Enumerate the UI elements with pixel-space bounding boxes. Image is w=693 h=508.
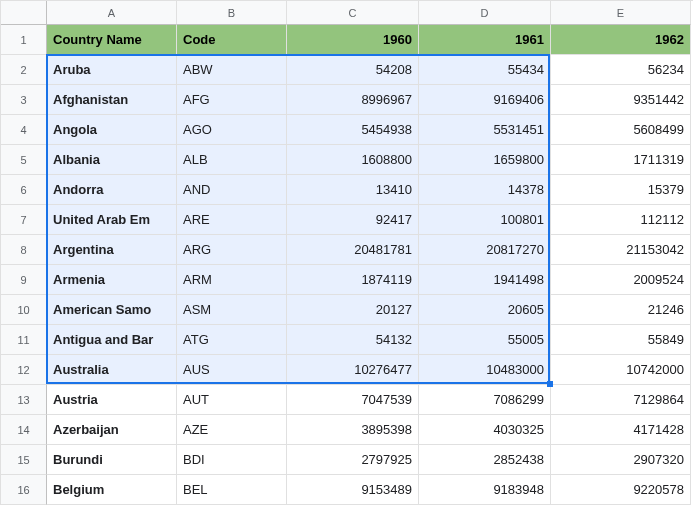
cell-1960[interactable]: 54132 (287, 325, 419, 355)
row-header[interactable]: 7 (1, 205, 47, 235)
row-header[interactable]: 11 (1, 325, 47, 355)
cell-1962[interactable]: 7129864 (551, 385, 691, 415)
cell-1961[interactable]: 9183948 (419, 475, 551, 505)
cell-code[interactable]: AND (177, 175, 287, 205)
cell-code[interactable]: AUS (177, 355, 287, 385)
cell-country-name[interactable]: Aruba (47, 55, 177, 85)
cell-country-name[interactable]: Armenia (47, 265, 177, 295)
col-header-b[interactable]: B (177, 1, 287, 25)
cell-code[interactable]: ARE (177, 205, 287, 235)
row-header[interactable]: 12 (1, 355, 47, 385)
cell-1962[interactable]: 9351442 (551, 85, 691, 115)
cell-1961[interactable]: 55005 (419, 325, 551, 355)
row-header[interactable]: 10 (1, 295, 47, 325)
header-cell-code[interactable]: Code (177, 25, 287, 55)
cell-country-name[interactable]: Antigua and Bar (47, 325, 177, 355)
cell-1962[interactable]: 9220578 (551, 475, 691, 505)
cell-code[interactable]: AGO (177, 115, 287, 145)
cell-1960[interactable]: 1608800 (287, 145, 419, 175)
row-header[interactable]: 13 (1, 385, 47, 415)
cell-1961[interactable]: 10483000 (419, 355, 551, 385)
cell-1962[interactable]: 5608499 (551, 115, 691, 145)
cell-code[interactable]: ARM (177, 265, 287, 295)
col-header-e[interactable]: E (551, 1, 691, 25)
spreadsheet-grid[interactable]: A B C D E 1 Country Name Code 1960 1961 … (0, 0, 693, 505)
cell-country-name[interactable]: Argentina (47, 235, 177, 265)
cell-1961[interactable]: 7086299 (419, 385, 551, 415)
header-cell-1961[interactable]: 1961 (419, 25, 551, 55)
cell-1962[interactable]: 2009524 (551, 265, 691, 295)
cell-1962[interactable]: 56234 (551, 55, 691, 85)
cell-1960[interactable]: 9153489 (287, 475, 419, 505)
cell-country-name[interactable]: Angola (47, 115, 177, 145)
cell-country-name[interactable]: Afghanistan (47, 85, 177, 115)
cell-code[interactable]: ARG (177, 235, 287, 265)
cell-1960[interactable]: 1874119 (287, 265, 419, 295)
cell-1961[interactable]: 14378 (419, 175, 551, 205)
header-cell-country-name[interactable]: Country Name (47, 25, 177, 55)
cell-country-name[interactable]: Andorra (47, 175, 177, 205)
cell-code[interactable]: ATG (177, 325, 287, 355)
cell-1960[interactable]: 20127 (287, 295, 419, 325)
cell-1961[interactable]: 20605 (419, 295, 551, 325)
cell-code[interactable]: BEL (177, 475, 287, 505)
cell-1961[interactable]: 55434 (419, 55, 551, 85)
cell-country-name[interactable]: Belgium (47, 475, 177, 505)
header-cell-1960[interactable]: 1960 (287, 25, 419, 55)
row-header[interactable]: 2 (1, 55, 47, 85)
cell-1960[interactable]: 2797925 (287, 445, 419, 475)
cell-1962[interactable]: 112112 (551, 205, 691, 235)
row-header[interactable]: 8 (1, 235, 47, 265)
row-header[interactable]: 4 (1, 115, 47, 145)
col-header-a[interactable]: A (47, 1, 177, 25)
cell-1961[interactable]: 5531451 (419, 115, 551, 145)
cell-1961[interactable]: 2852438 (419, 445, 551, 475)
cell-1962[interactable]: 4171428 (551, 415, 691, 445)
cell-1960[interactable]: 20481781 (287, 235, 419, 265)
cell-country-name[interactable]: Azerbaijan (47, 415, 177, 445)
cell-1960[interactable]: 8996967 (287, 85, 419, 115)
cell-1961[interactable]: 100801 (419, 205, 551, 235)
cell-1960[interactable]: 5454938 (287, 115, 419, 145)
col-header-c[interactable]: C (287, 1, 419, 25)
cell-1961[interactable]: 1941498 (419, 265, 551, 295)
row-header[interactable]: 15 (1, 445, 47, 475)
cell-country-name[interactable]: Austria (47, 385, 177, 415)
row-header[interactable]: 6 (1, 175, 47, 205)
cell-1961[interactable]: 20817270 (419, 235, 551, 265)
cell-code[interactable]: BDI (177, 445, 287, 475)
cell-country-name[interactable]: United Arab Em (47, 205, 177, 235)
col-header-d[interactable]: D (419, 1, 551, 25)
row-header[interactable]: 9 (1, 265, 47, 295)
cell-country-name[interactable]: American Samo (47, 295, 177, 325)
cell-1962[interactable]: 10742000 (551, 355, 691, 385)
cell-code[interactable]: ASM (177, 295, 287, 325)
cell-1962[interactable]: 21246 (551, 295, 691, 325)
cell-1962[interactable]: 2907320 (551, 445, 691, 475)
cell-1960[interactable]: 54208 (287, 55, 419, 85)
cell-1962[interactable]: 1711319 (551, 145, 691, 175)
cell-code[interactable]: AUT (177, 385, 287, 415)
cell-1960[interactable]: 92417 (287, 205, 419, 235)
cell-1962[interactable]: 21153042 (551, 235, 691, 265)
cell-country-name[interactable]: Australia (47, 355, 177, 385)
cell-code[interactable]: AFG (177, 85, 287, 115)
select-all-corner[interactable] (1, 1, 47, 25)
cell-country-name[interactable]: Albania (47, 145, 177, 175)
row-header[interactable]: 14 (1, 415, 47, 445)
cell-1961[interactable]: 1659800 (419, 145, 551, 175)
row-header[interactable]: 5 (1, 145, 47, 175)
cell-1960[interactable]: 3895398 (287, 415, 419, 445)
cell-country-name[interactable]: Burundi (47, 445, 177, 475)
row-header[interactable]: 16 (1, 475, 47, 505)
cell-1960[interactable]: 10276477 (287, 355, 419, 385)
row-header[interactable]: 1 (1, 25, 47, 55)
cell-code[interactable]: AZE (177, 415, 287, 445)
cell-code[interactable]: ALB (177, 145, 287, 175)
cell-1960[interactable]: 13410 (287, 175, 419, 205)
header-cell-1962[interactable]: 1962 (551, 25, 691, 55)
cell-code[interactable]: ABW (177, 55, 287, 85)
row-header[interactable]: 3 (1, 85, 47, 115)
cell-1962[interactable]: 55849 (551, 325, 691, 355)
cell-1961[interactable]: 9169406 (419, 85, 551, 115)
